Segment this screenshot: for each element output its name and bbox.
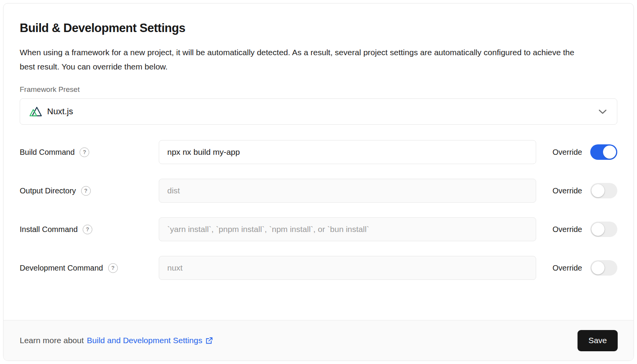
development-command-input[interactable]: [159, 256, 536, 280]
page-title: Build & Development Settings: [20, 21, 617, 35]
build-command-override-toggle[interactable]: [590, 144, 617, 160]
learn-more-link-label: Build and Development Settings: [87, 336, 202, 345]
row-label: Build Command: [20, 148, 75, 157]
settings-rows: Build Command ? Override Output Director…: [20, 140, 617, 280]
help-circle-icon[interactable]: ?: [80, 147, 89, 157]
learn-more-link[interactable]: Build and Development Settings: [87, 336, 213, 345]
framework-preset-value-group: Nuxt.js: [29, 106, 73, 117]
framework-preset-label: Framework Preset: [20, 85, 617, 94]
description-text: When using a framework for a new project…: [20, 45, 578, 74]
help-circle-icon[interactable]: ?: [83, 225, 92, 234]
override-label: Override: [552, 225, 582, 234]
framework-preset-select[interactable]: Nuxt.js: [20, 98, 617, 125]
row-label: Output Directory: [20, 186, 76, 195]
row-label-group: Development Command ?: [20, 263, 159, 273]
nuxt-logo-icon: [29, 106, 42, 117]
install-command-override-toggle[interactable]: [590, 222, 617, 237]
toggle-knob: [591, 261, 605, 274]
learn-more-prefix: Learn more about: [20, 336, 84, 345]
help-circle-icon[interactable]: ?: [108, 263, 118, 273]
install-command-input[interactable]: [159, 217, 536, 241]
override-group: Override: [552, 222, 617, 237]
chevron-down-icon: [598, 109, 607, 114]
help-circle-icon[interactable]: ?: [81, 186, 91, 196]
row-label-group: Build Command ?: [20, 147, 159, 157]
override-label: Override: [552, 264, 582, 273]
build-command-row: Build Command ? Override: [20, 140, 617, 164]
external-link-icon: [205, 337, 213, 345]
override-label: Override: [552, 148, 582, 157]
card-main: Build & Development Settings When using …: [3, 3, 634, 320]
toggle-knob: [591, 223, 605, 236]
override-group: Override: [552, 183, 617, 198]
row-label: Development Command: [20, 264, 103, 273]
row-label-group: Output Directory ?: [20, 186, 159, 196]
development-command-row: Development Command ? Override: [20, 256, 617, 280]
override-label: Override: [552, 186, 582, 195]
build-dev-settings-card: Build & Development Settings When using …: [3, 3, 634, 361]
learn-more-text: Learn more about Build and Development S…: [20, 336, 213, 345]
output-directory-row: Output Directory ? Override: [20, 179, 617, 203]
card-footer: Learn more about Build and Development S…: [3, 320, 634, 361]
install-command-row: Install Command ? Override: [20, 217, 617, 241]
toggle-knob: [591, 184, 605, 197]
build-command-input[interactable]: [159, 140, 536, 164]
save-button[interactable]: Save: [578, 330, 618, 351]
override-group: Override: [552, 260, 617, 276]
output-directory-input[interactable]: [159, 179, 536, 203]
framework-preset-selected: Nuxt.js: [47, 107, 73, 117]
row-label-group: Install Command ?: [20, 225, 159, 234]
development-command-override-toggle[interactable]: [590, 260, 617, 276]
override-group: Override: [552, 144, 617, 160]
output-directory-override-toggle[interactable]: [590, 183, 617, 198]
toggle-knob: [603, 146, 616, 159]
row-label: Install Command: [20, 225, 78, 234]
